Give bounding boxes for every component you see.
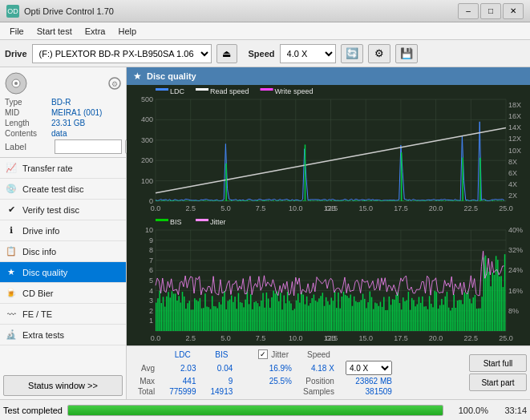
app-icon: OD: [6, 5, 19, 18]
drive-label: Drive: [5, 49, 27, 59]
position-val: 23862 MB: [339, 377, 399, 386]
create-test-disc-icon: 💿: [5, 183, 18, 196]
disc-info-panel: ⚙ Type BD-R MID MEIRA1 (001) Length 23.3…: [0, 67, 126, 158]
action-btn-2[interactable]: ⚙: [368, 44, 390, 63]
label-key: Label: [5, 142, 51, 151]
progress-fill: [68, 406, 443, 415]
content-area: ★ Disc quality LDC BIS: [127, 67, 530, 399]
sidebar-item-label: Disc quality: [22, 268, 67, 277]
speed-label: Speed: [249, 49, 275, 59]
sidebar-item-label: Transfer rate: [22, 164, 73, 173]
avg-speed-ref-select[interactable]: 4.0 X: [346, 361, 392, 375]
settings-icon: ⚙: [108, 77, 121, 90]
ldc-header: LDC: [163, 349, 202, 359]
svg-text:⚙: ⚙: [111, 80, 118, 88]
menu-extra[interactable]: Extra: [79, 25, 112, 38]
sidebar-item-transfer-rate[interactable]: 📈 Transfer rate: [0, 158, 126, 179]
max-ldc: 441: [163, 377, 202, 386]
jitter-header: Jitter: [271, 350, 289, 359]
avg-speed: 4.18 X: [311, 364, 334, 373]
window-controls: – □ ✕: [458, 3, 524, 19]
start-part-button[interactable]: Start part: [469, 374, 527, 391]
disc-info-icon: 📋: [5, 245, 18, 258]
jitter-checkbox[interactable]: ✓: [258, 349, 268, 359]
speed-select[interactable]: 4.0 X: [280, 44, 336, 63]
minimize-button[interactable]: –: [458, 3, 479, 19]
total-bis: 14913: [204, 387, 240, 396]
label-input[interactable]: [55, 139, 122, 154]
sidebar-item-label: CD Bier: [22, 289, 54, 298]
sidebar-item-label: FE / TE: [22, 309, 52, 319]
sidebar-item-disc-info[interactable]: 📋 Disc info: [0, 241, 126, 262]
length-val: 23.31 GB: [51, 119, 85, 127]
svg-point-2: [14, 82, 18, 85]
cd-bier-icon: 🍺: [5, 287, 18, 300]
action-btn-3[interactable]: 💾: [395, 44, 418, 63]
total-label: Total: [131, 387, 161, 396]
drive-info-icon: ℹ: [5, 224, 18, 237]
transfer-rate-icon: 📈: [5, 162, 18, 175]
sidebar-item-extra-tests[interactable]: 🔬 Extra tests: [0, 325, 126, 345]
app-title: Opti Drive Control 1.70: [24, 6, 458, 16]
eject-button[interactable]: ⏏: [216, 44, 237, 63]
sidebar-item-disc-quality[interactable]: ★ Disc quality: [0, 262, 126, 283]
sidebar-item-create-test-disc[interactable]: 💿 Create test disc: [0, 179, 126, 200]
contents-val: data: [51, 129, 67, 138]
progress-status: Test completed: [3, 406, 63, 415]
max-bis: 9: [204, 377, 240, 386]
start-full-button[interactable]: Start full: [469, 354, 527, 372]
titlebar: OD Opti Drive Control 1.70 – □ ✕: [0, 0, 530, 22]
sidebar-item-fe-te[interactable]: 〰 FE / TE: [0, 304, 126, 325]
maximize-button[interactable]: □: [480, 3, 501, 19]
sidebar-item-label: Extra tests: [22, 330, 64, 340]
menu-help[interactable]: Help: [111, 25, 143, 38]
avg-speed-group: 4.18 X: [300, 361, 338, 375]
sidebar-item-label: Verify test disc: [22, 205, 79, 215]
sidebar: ⚙ Type BD-R MID MEIRA1 (001) Length 23.3…: [0, 67, 127, 399]
mid-key: MID: [5, 108, 51, 117]
sidebar-item-label: Create test disc: [22, 184, 83, 194]
sidebar-item-drive-info[interactable]: ℹ Drive info: [0, 220, 126, 241]
type-key: Type: [5, 98, 51, 107]
mid-val: MEIRA1 (001): [51, 108, 102, 117]
disc-icon: [5, 72, 27, 95]
drivebar: Drive (F:) PLEXTOR BD-R PX-LB950SA 1.06 …: [0, 40, 530, 67]
samples-label: Samples: [300, 387, 338, 396]
progress-percent: 100.0%: [448, 406, 488, 415]
menu-start-test[interactable]: Start test: [30, 25, 79, 38]
progressbar: Test completed 100.0% 33:14: [0, 399, 530, 420]
total-ldc: 775999: [163, 387, 202, 396]
verify-test-disc-icon: ✔: [5, 204, 18, 216]
sidebar-item-label: Disc info: [22, 247, 56, 256]
progress-time: 33:14: [493, 406, 527, 415]
close-button[interactable]: ✕: [503, 3, 524, 19]
sidebar-item-label: Drive info: [22, 226, 59, 236]
action-btn-1[interactable]: 🔄: [341, 44, 363, 63]
stats-table: LDC BIS ✓ Jitter Speed Avg 2.03 0.: [130, 348, 400, 398]
progress-track: [67, 405, 443, 416]
speed-header: Speed: [300, 349, 338, 359]
menubar: File Start test Extra Help: [0, 22, 530, 40]
menu-file[interactable]: File: [3, 25, 30, 38]
start-buttons: Start full Start part: [469, 354, 527, 391]
extra-tests-icon: 🔬: [5, 329, 18, 341]
sidebar-item-verify-test-disc[interactable]: ✔ Verify test disc: [0, 200, 126, 220]
status-window-button[interactable]: Status window >>: [3, 375, 123, 396]
contents-key: Contents: [5, 129, 51, 138]
content-title: Disc quality: [147, 71, 196, 81]
max-jitter: 25.5%: [255, 377, 298, 386]
bis-header: BIS: [204, 349, 240, 359]
sidebar-item-cd-bier[interactable]: 🍺 CD Bier: [0, 283, 126, 304]
samples-val: 381509: [339, 387, 399, 396]
fe-te-icon: 〰: [5, 308, 18, 321]
disc-quality-icon: ★: [5, 266, 18, 279]
type-val: BD-R: [51, 98, 71, 107]
stats-bar: LDC BIS ✓ Jitter Speed Avg 2.03 0.: [127, 345, 530, 399]
avg-ldc: 2.03: [163, 361, 202, 375]
avg-jitter: 16.9%: [255, 361, 298, 375]
drive-select[interactable]: (F:) PLEXTOR BD-R PX-LB950SA 1.06: [32, 44, 212, 63]
avg-label: Avg: [131, 361, 161, 375]
content-header: ★ Disc quality: [127, 67, 530, 85]
sidebar-nav: 📈 Transfer rate 💿 Create test disc ✔ Ver…: [0, 158, 126, 372]
avg-bis: 0.04: [204, 361, 240, 375]
